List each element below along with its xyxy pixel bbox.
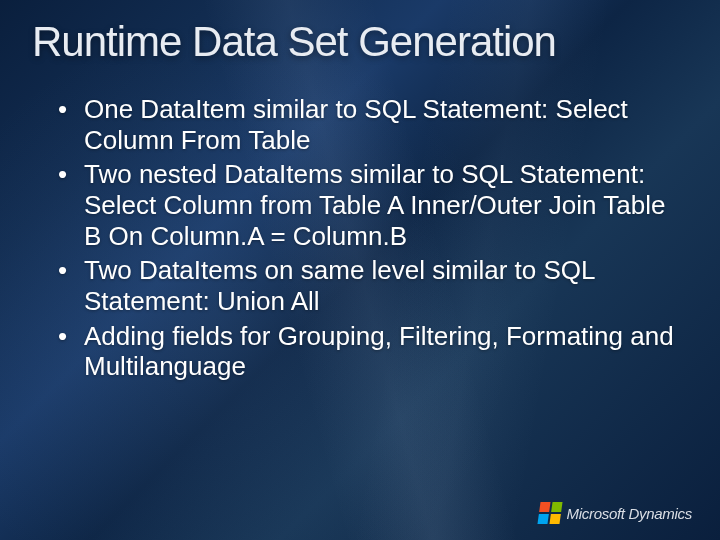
footer-logo: Microsoft Dynamics: [539, 502, 692, 524]
list-item: Two DataItems on same level similar to S…: [58, 255, 680, 316]
microsoft-logo-icon: [537, 502, 562, 524]
footer-brand-text: Microsoft Dynamics: [567, 505, 692, 522]
slide-title: Runtime Data Set Generation: [32, 18, 680, 66]
slide: Runtime Data Set Generation One DataItem…: [0, 0, 720, 540]
list-item: Adding fields for Grouping, Filtering, F…: [58, 321, 680, 382]
list-item: Two nested DataItems similar to SQL Stat…: [58, 159, 680, 251]
bullet-list: One DataItem similar to SQL Statement: S…: [40, 94, 680, 382]
list-item: One DataItem similar to SQL Statement: S…: [58, 94, 680, 155]
